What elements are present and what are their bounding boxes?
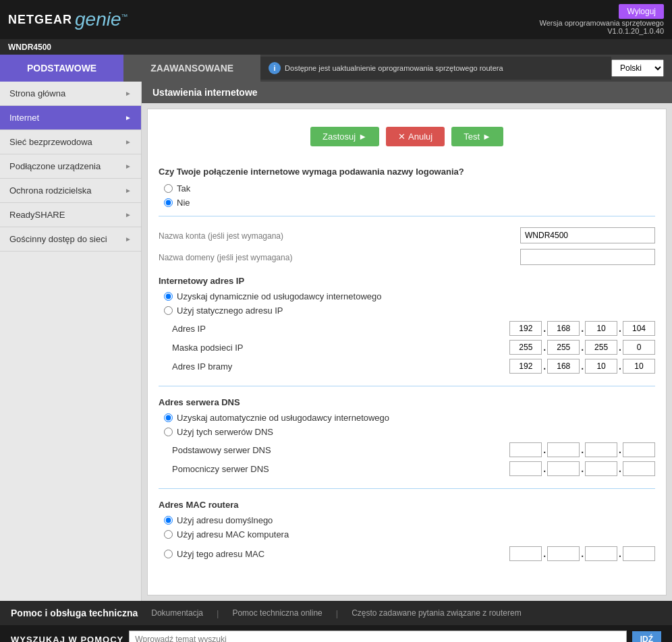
ip-octet-1[interactable] bbox=[509, 321, 542, 336]
mac-radio-default-input[interactable] bbox=[164, 516, 173, 525]
search-input[interactable] bbox=[129, 631, 626, 642]
subnet-octet-2[interactable] bbox=[547, 340, 580, 355]
search-button[interactable]: IDŹ bbox=[632, 631, 661, 642]
radio-tak-input[interactable] bbox=[164, 184, 173, 193]
secondary-dns-fields: . . . bbox=[509, 461, 655, 476]
footer-link-docs[interactable]: Dokumentacja bbox=[151, 608, 203, 618]
sidebar-item-devices[interactable]: Podłączone urządzenia ► bbox=[0, 154, 141, 179]
tab-basic[interactable]: PODSTAWOWE bbox=[0, 55, 123, 82]
sidebar-item-parental[interactable]: Ochrona rodzicielska ► bbox=[0, 179, 141, 203]
language-dropdown[interactable]: Polski English bbox=[611, 59, 664, 77]
secondary-dns-octet-1[interactable] bbox=[509, 461, 542, 476]
subnet-mask-fields: . . . bbox=[509, 340, 655, 355]
mac-radio-default[interactable]: Użyj adresu domyślnego bbox=[164, 515, 655, 525]
ip-radio-static[interactable]: Użyj statycznego adresu IP bbox=[164, 305, 655, 316]
sidebar-item-parental-label: Ochrona rodzicielska bbox=[9, 185, 91, 196]
header: NETGEAR genie™ Wyloguj Wersja oprogramow… bbox=[0, 0, 672, 39]
section-title: Ustawienia internetowe bbox=[152, 87, 258, 98]
chevron-right-icon-wireless: ► bbox=[125, 138, 132, 146]
subnet-octet-1[interactable] bbox=[509, 340, 542, 355]
secondary-dns-octet-3[interactable] bbox=[585, 461, 617, 476]
sidebar-item-guest[interactable]: Gościnny dostęp do sieci ► bbox=[0, 227, 141, 252]
account-name-input[interactable] bbox=[520, 227, 655, 243]
info-icon: i bbox=[269, 62, 281, 74]
ip-octet-2[interactable] bbox=[547, 321, 580, 336]
ip-radio-group: Uzyskaj dynamicznie od usługodawcy inter… bbox=[164, 291, 655, 316]
chevron-right-icon: ► bbox=[125, 90, 132, 97]
apply-button[interactable]: Zastosuj ► bbox=[310, 127, 379, 146]
gateway-fields: . . . bbox=[509, 359, 655, 374]
mac-radio-computer[interactable]: Użyj adresu MAC komputera bbox=[164, 529, 655, 539]
content-body: Zastosuj ► ✕ Anuluj Test ► Czy Twoje poł… bbox=[147, 109, 667, 595]
mac-octet-3[interactable] bbox=[585, 546, 617, 561]
radio-nie-input[interactable] bbox=[164, 198, 173, 207]
mac-octet-2[interactable] bbox=[547, 546, 580, 561]
subnet-octet-3[interactable] bbox=[585, 340, 617, 355]
primary-dns-dot-3: . bbox=[619, 444, 621, 455]
gateway-octet-4[interactable] bbox=[623, 359, 655, 374]
logo-netgear: NETGEAR bbox=[8, 13, 72, 27]
footer: Pomoc i obsługa techniczna Dokumentacja … bbox=[0, 601, 672, 625]
gateway-octet-2[interactable] bbox=[547, 359, 580, 374]
ip-section: Internetowy adres IP Uzyskaj dynamicznie… bbox=[159, 276, 655, 386]
subnet-dot-3: . bbox=[619, 342, 621, 353]
sidebar-item-readyshare[interactable]: ReadySHARE ► bbox=[0, 203, 141, 227]
login-section: Czy Twoje połączenie internetowe wymaga … bbox=[159, 167, 655, 216]
ip-octet-3[interactable] bbox=[585, 321, 617, 336]
test-button[interactable]: Test ► bbox=[451, 127, 503, 146]
search-bar: WYSZUKAJ W POMOCY IDŹ bbox=[0, 625, 672, 642]
secondary-dns-octet-4[interactable] bbox=[623, 461, 655, 476]
gateway-octet-3[interactable] bbox=[585, 359, 617, 374]
mac-address-fields: . . . bbox=[509, 546, 655, 561]
sidebar-item-wireless-label: Sieć bezprzewodowa bbox=[9, 137, 92, 147]
wyloguj-button[interactable]: Wyloguj bbox=[619, 4, 664, 19]
mac-radio-custom-input[interactable] bbox=[164, 550, 173, 558]
ip-dot-1: . bbox=[543, 323, 546, 334]
dns-radio-manual-input[interactable] bbox=[164, 428, 173, 436]
mac-octet-4[interactable] bbox=[623, 546, 655, 561]
ip-radio-dynamic[interactable]: Uzyskaj dynamicznie od usługodawcy inter… bbox=[164, 291, 655, 301]
dns-radio-auto[interactable]: Uzyskaj automatycznie od usługodawcy int… bbox=[164, 413, 655, 423]
primary-dns-octet-4[interactable] bbox=[623, 442, 655, 457]
cancel-button[interactable]: ✕ Anuluj bbox=[386, 127, 445, 146]
primary-dns-label: Podstawowy serwer DNS bbox=[159, 445, 509, 455]
tab-advanced[interactable]: ZAAWANSOWANE bbox=[123, 55, 260, 82]
mac-octet-1[interactable] bbox=[509, 546, 542, 561]
gateway-dot-3: . bbox=[619, 361, 621, 372]
account-name-label: Nazwa konta (jeśli jest wymagana) bbox=[159, 231, 520, 241]
dns-radio-manual[interactable]: Użyj tych serwerów DNS bbox=[164, 427, 655, 437]
primary-dns-dot-2: . bbox=[581, 444, 584, 455]
subnet-mask-row: Maska podsieci IP . . . bbox=[159, 340, 655, 355]
primary-dns-octet-1[interactable] bbox=[509, 442, 542, 457]
mac-custom-row: Użyj tego adresu MAC . . . bbox=[164, 546, 655, 561]
footer-link-faq[interactable]: Często zadawane pytania związane z route… bbox=[352, 608, 521, 618]
primary-dns-octet-3[interactable] bbox=[585, 442, 617, 457]
ip-radio-static-label: Użyj statycznego adresu IP bbox=[177, 305, 283, 316]
sidebar-item-home-label: Strona główna bbox=[9, 88, 65, 98]
sidebar-item-home[interactable]: Strona główna ► bbox=[0, 82, 141, 106]
footer-link-support[interactable]: Pomoc techniczna online bbox=[232, 608, 322, 618]
primary-dns-fields: . . . bbox=[509, 442, 655, 457]
gateway-octet-1[interactable] bbox=[509, 359, 542, 374]
sidebar-item-internet[interactable]: Internet ► bbox=[0, 106, 141, 130]
mac-radio-group: Użyj adresu domyślnego Użyj adresu MAC k… bbox=[164, 515, 655, 565]
secondary-dns-octet-2[interactable] bbox=[547, 461, 580, 476]
ip-radio-dynamic-input[interactable] bbox=[164, 292, 173, 301]
primary-dns-octet-2[interactable] bbox=[547, 442, 580, 457]
ip-octet-4[interactable] bbox=[623, 321, 655, 336]
radio-tak[interactable]: Tak bbox=[164, 183, 655, 194]
subnet-dot-1: . bbox=[543, 342, 546, 353]
mac-radio-computer-input[interactable] bbox=[164, 530, 173, 539]
domain-name-input[interactable] bbox=[520, 249, 655, 265]
dns-radio-auto-input[interactable] bbox=[164, 413, 173, 422]
radio-nie[interactable]: Nie bbox=[164, 198, 655, 208]
mac-radio-custom[interactable]: Użyj tego adresu MAC bbox=[164, 549, 509, 559]
dns-radio-auto-label: Uzyskaj automatycznie od usługodawcy int… bbox=[177, 413, 389, 423]
mac-section-title: Adres MAC routera bbox=[159, 500, 655, 510]
sidebar-item-wireless[interactable]: Sieć bezprzewodowa ► bbox=[0, 130, 141, 154]
ip-radio-static-input[interactable] bbox=[164, 306, 173, 315]
gateway-row: Adres IP bramy . . . bbox=[159, 359, 655, 374]
subnet-octet-4[interactable] bbox=[623, 340, 655, 355]
lang-select[interactable]: Polski English bbox=[611, 59, 664, 77]
footer-title: Pomoc i obsługa techniczna bbox=[11, 608, 138, 618]
